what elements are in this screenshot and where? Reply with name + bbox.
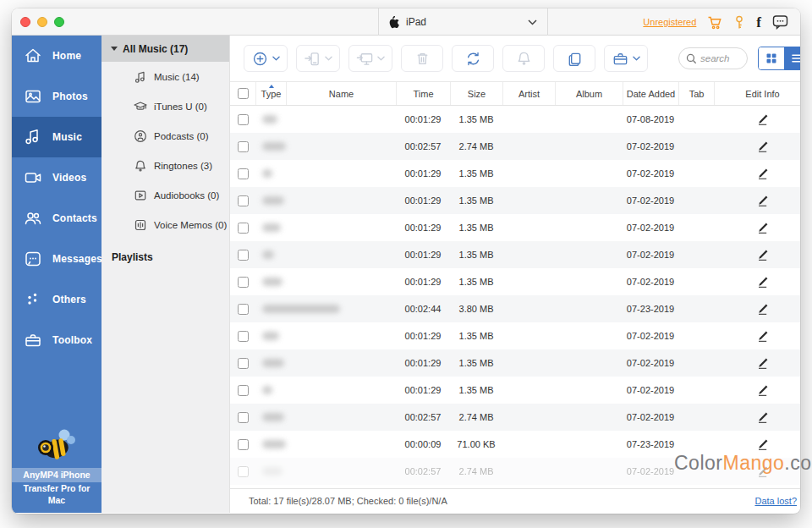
grid-view-icon (765, 52, 777, 64)
table-row[interactable]: 00:01:291.35 MB07-02-2019 (230, 268, 800, 295)
row-checkbox[interactable] (238, 412, 249, 423)
edit-pencil-icon[interactable] (756, 411, 769, 424)
delete-button[interactable] (401, 45, 443, 72)
sidebar-item-messages[interactable]: Messages (12, 239, 102, 279)
table-row[interactable]: 00:01:291.35 MB07-02-2019 (230, 187, 800, 214)
table-row[interactable]: 00:02:443.80 MB07-23-2019 (230, 295, 800, 322)
library-item-itunes-u[interactable]: iTunes U (0) (102, 91, 229, 121)
sidebar-item-others[interactable]: Others (12, 279, 102, 320)
row-checkbox[interactable] (238, 223, 249, 234)
cell-time: 00:00:09 (396, 431, 450, 458)
device-selector[interactable]: iPad (378, 8, 548, 36)
column-header-name[interactable]: Name (286, 82, 396, 105)
library-item-music[interactable]: Music (14) (102, 62, 229, 91)
edit-pencil-icon[interactable] (756, 276, 769, 289)
library-item-audiobooks[interactable]: Audiobooks (0) (102, 180, 229, 210)
edit-pencil-icon[interactable] (756, 113, 769, 126)
zoom-window-button[interactable] (54, 17, 64, 27)
row-checkbox[interactable] (238, 277, 249, 288)
column-header-size[interactable]: Size (450, 82, 502, 105)
edit-pencil-icon[interactable] (756, 249, 769, 261)
unregistered-link[interactable]: Unregistered (643, 17, 696, 27)
cell-time: 00:02:44 (396, 295, 450, 322)
row-checkbox[interactable] (238, 141, 249, 152)
row-checkbox[interactable] (238, 466, 249, 477)
list-view-button[interactable] (784, 47, 800, 69)
select-all-checkbox[interactable] (238, 88, 249, 99)
edit-pencil-icon[interactable] (756, 195, 769, 207)
row-checkbox[interactable] (238, 168, 249, 179)
playlists-header[interactable]: Playlists (112, 251, 229, 263)
export-to-device-button[interactable] (296, 45, 340, 72)
sidebar-item-photos[interactable]: Photos (12, 76, 102, 117)
column-header-edit-info[interactable]: Edit Info (714, 82, 800, 105)
row-checkbox[interactable] (238, 250, 249, 261)
toolbox-button[interactable] (604, 45, 648, 72)
library-header-all-music[interactable]: All Music (17) (102, 36, 229, 62)
cell-edit-info (714, 241, 800, 268)
sidebar-item-contacts[interactable]: Contacts (12, 198, 102, 239)
table-row[interactable]: 00:01:291.35 MB07-02-2019 (230, 349, 800, 377)
minimize-window-button[interactable] (37, 17, 47, 27)
row-checkbox[interactable] (238, 439, 249, 450)
edit-pencil-icon[interactable] (756, 384, 769, 397)
facebook-icon[interactable]: f (756, 15, 761, 30)
table-row[interactable]: 00:01:291.35 MB07-02-2019 (230, 160, 800, 187)
sidebar-item-videos[interactable]: Videos (12, 157, 102, 198)
column-header-album[interactable]: Album (555, 82, 623, 105)
redacted-name-blur (262, 250, 274, 259)
row-checkbox[interactable] (238, 385, 249, 396)
search-box[interactable] (678, 47, 748, 69)
row-checkbox[interactable] (238, 114, 249, 125)
close-window-button[interactable] (20, 17, 30, 27)
library-item-podcasts[interactable]: Podcasts (0) (102, 121, 229, 151)
row-checkbox-cell (230, 404, 255, 431)
cart-icon[interactable] (707, 15, 722, 30)
dedupe-button[interactable] (553, 45, 595, 72)
row-checkbox[interactable] (238, 331, 249, 342)
edit-pencil-icon[interactable] (756, 168, 769, 180)
row-checkbox[interactable] (238, 195, 249, 206)
library-item-voice-memos[interactable]: Voice Memos (0) (102, 210, 229, 239)
table-row[interactable]: 00:01:291.35 MB07-02-2019 (230, 322, 800, 349)
ringtone-maker-button[interactable] (502, 45, 545, 72)
key-icon[interactable] (733, 15, 745, 30)
sidebar-item-home[interactable]: Home (12, 36, 102, 76)
refresh-button[interactable] (452, 45, 494, 72)
data-lost-link[interactable]: Data lost? (754, 496, 797, 506)
table-row[interactable]: 00:01:291.35 MB07-02-2019 (230, 241, 800, 268)
feedback-bubble-icon[interactable] (772, 14, 788, 30)
search-input[interactable] (700, 53, 744, 63)
row-checkbox[interactable] (238, 304, 249, 315)
export-to-computer-button[interactable] (348, 45, 392, 72)
apple-icon (389, 16, 400, 29)
grid-view-button[interactable] (759, 47, 784, 69)
edit-pencil-icon[interactable] (756, 330, 769, 343)
refresh-icon (464, 50, 482, 68)
table-row[interactable]: 00:01:291.35 MB07-02-2019 (230, 214, 800, 241)
edit-pencil-icon[interactable] (756, 140, 769, 153)
table-row[interactable]: 00:02:572.74 MB07-02-2019 (230, 133, 800, 160)
sidebar-item-music[interactable]: Music (12, 117, 102, 157)
cell-album (555, 106, 623, 133)
column-header-tab[interactable]: Tab (678, 82, 714, 105)
sidebar-item-toolbox[interactable]: Toolbox (12, 320, 102, 360)
edit-pencil-icon[interactable] (756, 438, 769, 451)
row-checkbox[interactable] (238, 358, 249, 369)
column-header-type[interactable]: Type (255, 82, 286, 105)
edit-pencil-icon[interactable] (756, 357, 769, 370)
column-header-artist[interactable]: Artist (502, 82, 555, 105)
column-header-time[interactable]: Time (396, 82, 450, 105)
add-button[interactable] (244, 45, 288, 72)
edit-pencil-icon[interactable] (756, 303, 769, 316)
home-icon (24, 47, 42, 65)
cell-tab (678, 160, 714, 187)
table-row[interactable]: 00:01:291.35 MB07-08-2019 (230, 106, 800, 133)
cell-size: 1.35 MB (450, 377, 502, 404)
cell-tab (678, 214, 714, 241)
table-row[interactable]: 00:02:572.74 MB07-02-2019 (230, 404, 800, 431)
library-item-ringtones[interactable]: Ringtones (3) (102, 151, 229, 180)
table-row[interactable]: 00:01:291.35 MB07-02-2019 (230, 377, 800, 404)
column-header-date-added[interactable]: Date Added (623, 82, 678, 105)
edit-pencil-icon[interactable] (756, 222, 769, 234)
